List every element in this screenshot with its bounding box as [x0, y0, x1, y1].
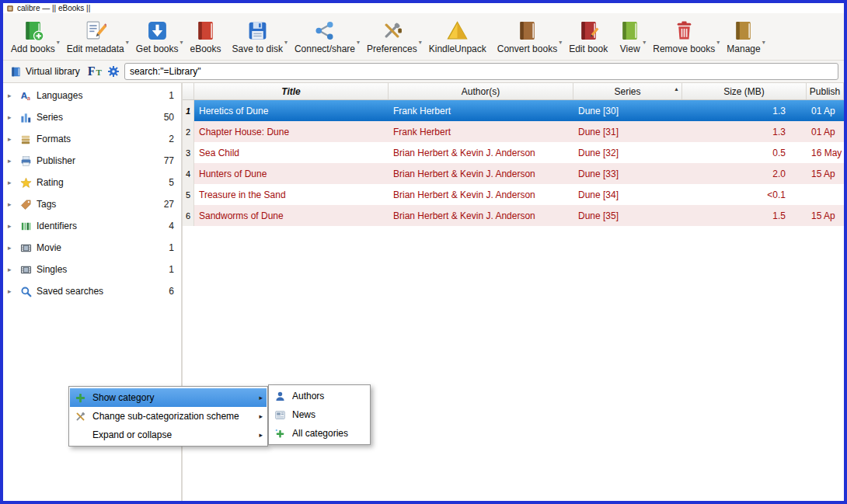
cell-size: 0.5 — [682, 142, 807, 163]
sidebar-item-series[interactable]: ▸Series50 — [3, 106, 181, 128]
column-header-publish[interactable]: Publish — [807, 83, 844, 99]
sidebar-item-singles[interactable]: ▸Singles1 — [3, 259, 181, 280]
dropdown-arrow-icon[interactable]: ▾ — [126, 39, 129, 46]
toolbar-button-connect-share[interactable]: Connect/share — [289, 13, 361, 60]
toolbar-button-ebooks[interactable]: eBooks — [185, 13, 227, 60]
toolbar-button-remove-books[interactable]: Remove books — [647, 13, 720, 60]
toolbar-button-save-to-disk[interactable]: Save to disk — [227, 13, 288, 60]
toolbar-button-get-books[interactable]: Get books — [131, 13, 184, 60]
cell-size: 2.0 — [682, 163, 807, 184]
submenu-item-all-categories[interactable]: All categories — [270, 424, 369, 443]
expand-arrow-icon[interactable]: ▸ — [8, 135, 15, 143]
dropdown-arrow-icon[interactable]: ▾ — [357, 39, 360, 46]
sidebar-item-rating[interactable]: ▸Rating5 — [3, 172, 181, 193]
column-header-author-s[interactable]: Author(s) — [389, 83, 573, 99]
preferences-icon — [381, 19, 403, 42]
menu-item-show-category[interactable]: Show category▸ — [70, 388, 267, 407]
cell-title: Chapter House: Dune — [194, 121, 389, 142]
toolbar-button-label: Add books — [11, 43, 55, 54]
column-header-label: Series — [614, 86, 640, 97]
dropdown-arrow-icon[interactable]: ▾ — [180, 39, 183, 46]
column-header-size-mb[interactable]: Size (MB) — [682, 83, 807, 99]
row-number: 1 — [183, 100, 194, 121]
sidebar-item-count: 4 — [169, 221, 174, 231]
cell-title: Sea Child — [194, 142, 389, 163]
authors-icon — [273, 391, 288, 402]
toolbar-button-label: View — [620, 43, 640, 54]
search-options-gear-icon[interactable] — [107, 65, 120, 78]
column-header-title[interactable]: Title — [194, 83, 389, 99]
submenu-arrow-icon: ▸ — [259, 412, 263, 420]
dropdown-arrow-icon[interactable]: ▾ — [762, 39, 765, 46]
expand-arrow-icon[interactable]: ▸ — [8, 179, 15, 186]
identifiers-icon — [19, 221, 32, 232]
dropdown-arrow-icon[interactable]: ▾ — [716, 39, 720, 46]
toolbar-button-edit-book[interactable]: Edit book — [563, 13, 613, 60]
expand-arrow-icon[interactable]: ▸ — [8, 200, 15, 208]
menu-item-label: Authors — [292, 391, 365, 401]
expand-arrow-icon[interactable]: ▸ — [8, 287, 15, 295]
connect-share-icon — [313, 19, 336, 42]
menu-item-label: Show category — [92, 392, 254, 403]
cell-series: Dune [32] — [573, 142, 682, 163]
table-row-2[interactable]: 2Chapter House: DuneFrank HerbertDune [3… — [183, 121, 844, 142]
expand-arrow-icon[interactable]: ▸ — [8, 266, 15, 273]
calibre-logo-icon — [6, 5, 14, 12]
search-input[interactable] — [124, 63, 838, 80]
full-text-search-icon[interactable]: F T — [88, 66, 102, 77]
expand-arrow-icon[interactable]: ▸ — [8, 113, 15, 121]
dropdown-arrow-icon[interactable]: ▾ — [284, 39, 288, 46]
cell-title: Sandworms of Dune — [194, 205, 389, 226]
submenu-item-news[interactable]: News — [270, 405, 369, 424]
dropdown-arrow-icon[interactable]: ▾ — [643, 39, 646, 46]
toolbar-button-add-books[interactable]: Add books — [5, 13, 61, 60]
remove-books-icon — [673, 19, 695, 42]
svg-text:a: a — [26, 94, 30, 101]
column-header-series[interactable]: Series▲ — [573, 83, 682, 99]
view-icon — [619, 19, 641, 42]
dropdown-arrow-icon[interactable]: ▾ — [559, 39, 562, 46]
manage-icon — [732, 19, 755, 42]
row-number-header — [183, 83, 194, 99]
submenu-item-authors[interactable]: Authors — [270, 387, 369, 405]
dropdown-arrow-icon[interactable]: ▾ — [419, 39, 422, 46]
sidebar-item-identifiers[interactable]: ▸Identifiers4 — [3, 215, 181, 237]
cell-series: Dune [35] — [573, 205, 682, 226]
expand-arrow-icon[interactable]: ▸ — [8, 92, 15, 99]
sidebar-item-count: 1 — [169, 90, 174, 101]
dropdown-arrow-icon[interactable]: ▾ — [57, 39, 60, 46]
expand-arrow-icon[interactable]: ▸ — [8, 222, 15, 230]
column-header-label: Publish — [810, 86, 840, 97]
table-row-1[interactable]: 1Heretics of DuneFrank HerbertDune [30]1… — [183, 100, 844, 121]
table-row-4[interactable]: 4Hunters of DuneBrian Herbert & Kevin J.… — [183, 163, 844, 184]
menu-item-expand-or-collapse[interactable]: Expand or collapse▸ — [70, 426, 267, 444]
virtual-library-button[interactable]: Virtual library — [8, 65, 82, 78]
cell-size: <0.1 — [682, 184, 807, 205]
toolbar-button-view[interactable]: View — [613, 13, 647, 60]
tools-icon — [73, 411, 88, 422]
save-to-disk-icon — [246, 19, 269, 42]
toolbar-button-label: Preferences — [367, 43, 417, 54]
sidebar-item-label: Saved searches — [37, 286, 164, 297]
sidebar-item-label: Rating — [37, 177, 164, 188]
expand-arrow-icon[interactable]: ▸ — [8, 244, 15, 252]
menu-item-change-sub-categorization-scheme[interactable]: Change sub-categorization scheme▸ — [70, 407, 267, 426]
submenu-arrow-icon: ▸ — [259, 394, 263, 401]
sidebar-item-publisher[interactable]: ▸Publisher77 — [3, 150, 181, 172]
toolbar-button-kindleunpack[interactable]: KindleUnpack — [424, 13, 492, 60]
table-row-3[interactable]: 3Sea ChildBrian Herbert & Kevin J. Ander… — [183, 142, 844, 163]
table-row-5[interactable]: 5Treasure in the SandBrian Herbert & Kev… — [183, 184, 844, 205]
toolbar-button-preferences[interactable]: Preferences — [361, 13, 423, 60]
toolbar-button-convert-books[interactable]: Convert books — [492, 13, 563, 60]
sidebar-item-count: 27 — [164, 199, 174, 210]
toolbar-button-edit-metadata[interactable]: Edit metadata — [61, 13, 130, 60]
toolbar-button-label: Connect/share — [295, 43, 355, 54]
sidebar-item-tags[interactable]: ▸Tags27 — [3, 193, 181, 215]
table-row-6[interactable]: 6Sandworms of DuneBrian Herbert & Kevin … — [183, 205, 844, 226]
toolbar-button-manage[interactable]: Manage — [721, 13, 765, 60]
sidebar-item-saved-searches[interactable]: ▸Saved searches6 — [3, 280, 181, 302]
sidebar-item-movie[interactable]: ▸Movie1 — [3, 237, 181, 259]
sidebar-item-languages[interactable]: ▸AaLanguages1 — [3, 85, 181, 106]
expand-arrow-icon[interactable]: ▸ — [8, 157, 15, 165]
sidebar-item-formats[interactable]: ▸Formats2 — [3, 128, 181, 150]
